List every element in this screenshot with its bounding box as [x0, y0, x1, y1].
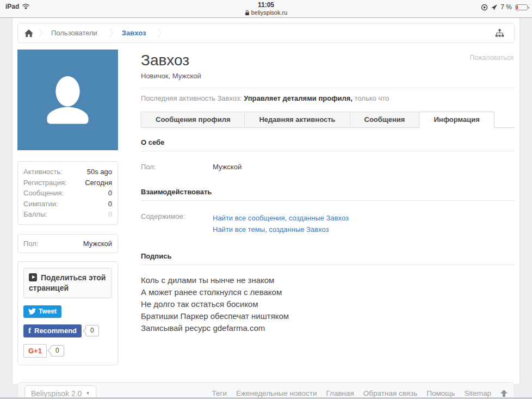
profile-tabs: Сообщения профиля Недавняя активность Со… — [141, 112, 515, 128]
recommend-label: Recommend — [34, 327, 77, 335]
find-all-threads-link[interactable]: Найти все темы, созданные Завхоз — [213, 224, 349, 235]
home-icon — [24, 29, 33, 37]
breadcrumb: Пользователи Завхоз — [17, 23, 515, 43]
footer-link-tags[interactable]: Теги — [212, 389, 227, 397]
section-signature-title: Подпись — [141, 252, 515, 265]
gplus-count-bubble: 0 — [51, 345, 64, 357]
twitter-bird-icon — [28, 308, 36, 315]
footer-link-sitemap[interactable]: Sitemap — [464, 389, 491, 397]
avatar[interactable] — [17, 50, 118, 150]
share-icon — [29, 273, 37, 281]
location-arrow-icon — [491, 4, 497, 10]
stat-row-messages: Сообщения: 0 — [23, 188, 112, 199]
user-subtitle: Новичок, Мужской — [141, 72, 515, 80]
ios-status-bar: iPad 11:05 beliyspisok.ru — [0, 0, 532, 18]
scroll-to-top-icon[interactable] — [500, 390, 508, 397]
footer-link-home[interactable]: Главная — [326, 389, 354, 397]
tab-postings[interactable]: Сообщения — [350, 112, 420, 127]
https-lock-icon — [245, 10, 250, 16]
stat-row-registration: Регистрация: Сегодня — [23, 177, 112, 188]
tab-information[interactable]: Информация — [419, 112, 494, 128]
gender-label: Пол: — [23, 240, 39, 248]
footer-link-weekly-news[interactable]: Еженедельные новости — [236, 389, 317, 397]
section-interact: Взаимодействовать Содержимое: Найти все … — [141, 188, 515, 235]
recommend-count-bubble: 0 — [85, 325, 99, 336]
about-gender-row: Пол: Мужской — [141, 163, 515, 171]
signature-text: Коль с дилами ты нынче не знаком А может… — [141, 274, 515, 334]
section-signature: Подпись Коль с дилами ты нынче не знаком… — [141, 252, 515, 334]
avatar-person-icon — [55, 76, 79, 107]
tweet-label: Tweet — [39, 308, 57, 315]
google-plus-one-button[interactable]: G+1 — [23, 344, 47, 358]
share-box: Поделиться этой страницей Tweet f Recomm… — [17, 261, 118, 365]
breadcrumb-users[interactable]: Пользователи — [42, 29, 106, 37]
page-title-username: Завхоз — [141, 52, 515, 69]
forum-page: Пользователи Завхоз — [12, 18, 520, 384]
tab-recent-activity[interactable]: Недавняя активность — [244, 112, 350, 127]
user-stats-box: Активность: 50s ago Регистрация: Сегодня… — [17, 161, 118, 225]
header-divider — [141, 88, 515, 88]
footer-bar: Beliyspisok 2.0 ▼ Теги Еженедельные ново… — [17, 382, 515, 399]
facebook-recommend-button[interactable]: f Recommend — [23, 324, 82, 337]
report-link[interactable]: Пожаловаться — [469, 54, 514, 62]
stat-row-points: Баллы: 0 — [23, 209, 112, 220]
last-activity-line: Последняя активность Завхоз: Управляет д… — [141, 94, 515, 102]
interact-content-row: Содержимое: Найти все сообщения, созданн… — [141, 212, 515, 235]
section-about-title: О себе — [141, 138, 515, 151]
profile-sidebar: Активность: 50s ago Регистрация: Сегодня… — [17, 50, 118, 365]
breadcrumb-separator — [155, 28, 162, 38]
gender-box: Пол: Мужской — [17, 234, 118, 253]
home-breadcrumb[interactable] — [24, 29, 35, 37]
breadcrumb-separator — [35, 28, 42, 38]
url-domain[interactable]: beliyspisok.ru — [251, 9, 288, 16]
section-about: О себе Пол: Мужской — [141, 138, 515, 171]
facebook-f-icon: f — [28, 327, 31, 334]
tweet-button[interactable]: Tweet — [23, 305, 61, 318]
profile-main: Пожаловаться Завхоз Новичок, Мужской Пос… — [141, 50, 515, 334]
clock: 11:05 — [0, 1, 532, 9]
breadcrumb-current-user[interactable]: Завхоз — [113, 29, 155, 37]
section-interact-title: Взаимодействовать — [141, 188, 515, 201]
footer-link-contact[interactable]: Обратная связь — [363, 389, 417, 397]
gender-value: Мужской — [83, 240, 112, 248]
orientation-lock-icon — [481, 4, 488, 11]
stat-row-likes: Симпатии: 0 — [23, 199, 112, 210]
chevron-down-icon: ▼ — [85, 391, 90, 396]
sitemap-icon[interactable] — [492, 27, 508, 39]
battery-icon — [515, 4, 528, 10]
breadcrumb-separator — [106, 28, 113, 38]
tab-profile-posts[interactable]: Сообщения профиля — [141, 112, 245, 127]
footer-link-help[interactable]: Помощь — [426, 389, 455, 397]
share-page-button[interactable]: Поделиться этой страницей — [23, 268, 112, 298]
battery-percent: 7 % — [500, 3, 512, 11]
stat-row-activity: Активность: 50s ago — [23, 167, 112, 177]
find-all-posts-link[interactable]: Найти все сообщения, созданные Завхоз — [213, 212, 349, 224]
